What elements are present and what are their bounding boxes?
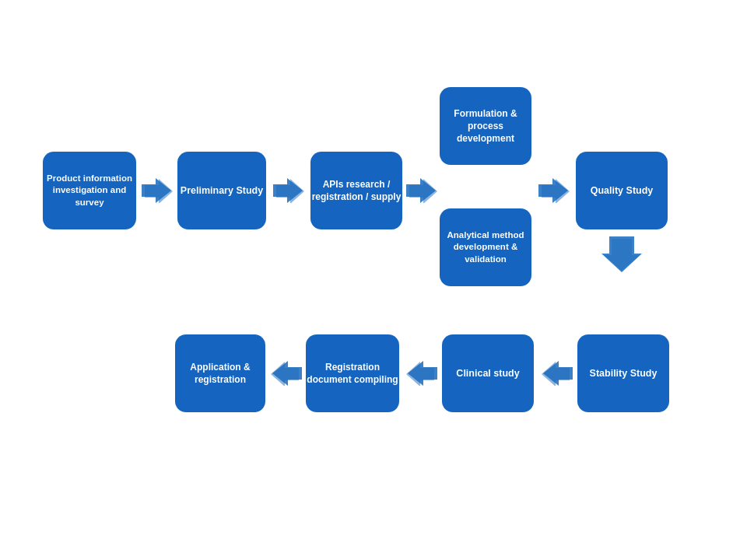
arrow-3 xyxy=(406,177,437,204)
arrow-left-1 xyxy=(540,360,574,387)
box-quality-study: Quality Study xyxy=(576,152,668,229)
arrow-left-3 xyxy=(269,360,303,387)
svg-marker-11 xyxy=(542,362,570,386)
svg-marker-7 xyxy=(542,179,570,203)
box-apis-research: APIs research / registration / supply xyxy=(310,152,402,229)
svg-marker-1 xyxy=(145,179,173,203)
box-preliminary-study: Preliminary Study xyxy=(177,152,266,229)
arrow-2 xyxy=(270,177,307,204)
box-application-registration: Application & registration xyxy=(175,334,265,412)
svg-marker-15 xyxy=(271,362,299,386)
arrow-4 xyxy=(535,177,573,204)
box-product-info: Product information investigation and su… xyxy=(43,152,136,229)
box-formulation: Formulation & process development xyxy=(440,87,531,165)
arrow-left-2 xyxy=(405,360,439,387)
box-analytical-method: Analytical method development & validati… xyxy=(440,208,531,286)
arrow-down xyxy=(598,235,645,274)
arrow-1 xyxy=(140,177,174,204)
box-stability-study: Stability Study xyxy=(577,334,669,412)
diagram-container: Product information investigation and su… xyxy=(0,0,747,560)
box-clinical-study: Clinical study xyxy=(442,334,534,412)
svg-marker-13 xyxy=(406,362,434,386)
svg-marker-3 xyxy=(276,179,304,203)
box-registration-doc: Registration document compiling xyxy=(306,334,399,412)
svg-marker-5 xyxy=(409,179,437,203)
